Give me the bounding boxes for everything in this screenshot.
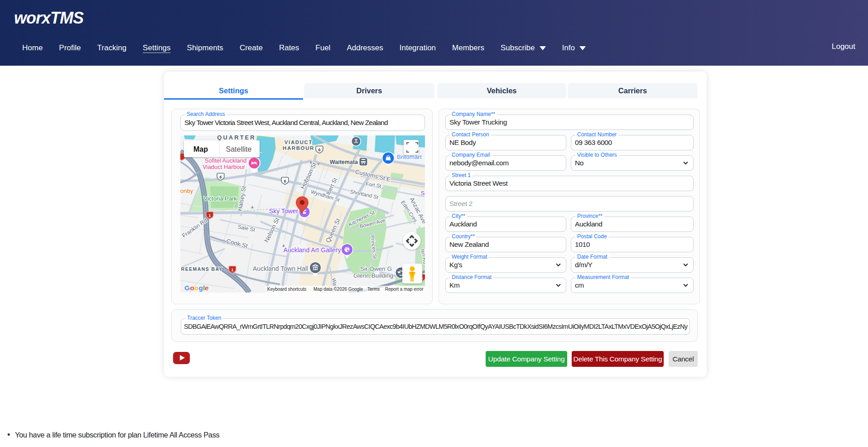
svg-text:Report a map error: Report a map error: [385, 287, 424, 292]
svg-text:Sky Tower: Sky Tower: [269, 207, 299, 215]
svg-text:Auckland Art Gallery: Auckland Art Gallery: [284, 246, 341, 254]
svg-text:1: 1: [208, 213, 211, 218]
svg-text:Sir Owen G: Sir Owen G: [360, 265, 392, 272]
svg-text:Auckland Town Hall: Auckland Town Hall: [253, 265, 308, 272]
svg-text:Waitemata: Waitemata: [330, 159, 358, 165]
svg-text:QUARTER: QUARTER: [217, 135, 256, 141]
svg-text:6: 6: [318, 148, 320, 152]
svg-text:FREEMANS BAY: FREEMANS BAY: [180, 266, 223, 272]
svg-text:o: o: [190, 284, 194, 292]
svg-text:6: 6: [284, 179, 286, 183]
svg-text:Sp: Sp: [421, 190, 425, 197]
svg-text:1: 1: [231, 268, 233, 272]
svg-text:Map: Map: [193, 145, 208, 153]
svg-text:Map data ©2026 Google: Map data ©2026 Google: [313, 287, 363, 292]
svg-text:g: g: [199, 284, 203, 292]
svg-text:Viaduct Harbour: Viaduct Harbour: [203, 163, 245, 170]
svg-text:Keyboard shortcuts: Keyboard shortcuts: [267, 287, 306, 292]
svg-text:o: o: [194, 284, 198, 292]
svg-text:6: 6: [219, 175, 222, 179]
svg-text:Glenn Building: Glenn Building: [353, 272, 393, 279]
svg-text:VIADUCT: VIADUCT: [285, 139, 313, 145]
svg-text:e: e: [205, 284, 209, 292]
svg-text:Terms: Terms: [367, 287, 380, 292]
svg-text:onby: onby: [180, 187, 193, 194]
svg-text:G: G: [184, 284, 190, 292]
svg-text:Victoria Park: Victoria Park: [203, 195, 237, 202]
svg-text:Sofitel Auckland: Sofitel Auckland: [205, 157, 247, 164]
svg-text:Satellite: Satellite: [226, 145, 252, 153]
svg-text:HARBOUR: HARBOUR: [283, 145, 314, 151]
